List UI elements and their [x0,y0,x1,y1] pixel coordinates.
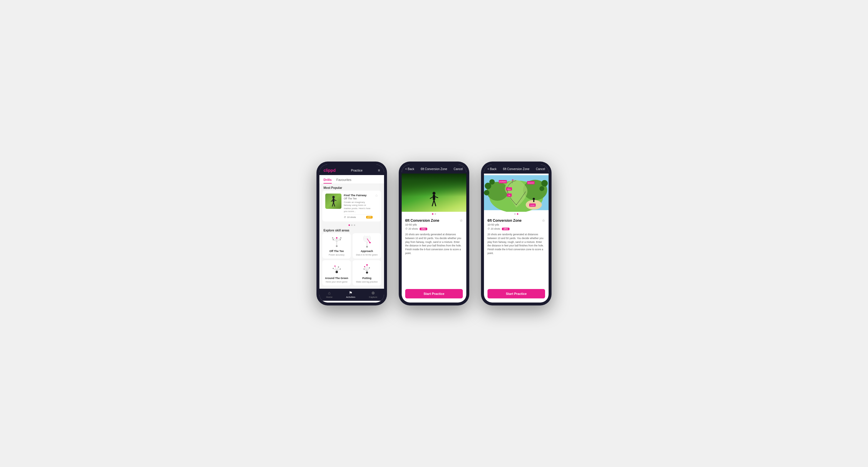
skills-grid: Off The Tee Power accuracy [319,233,384,288]
home-bar-3 [507,302,525,302]
phone-3: < Back 6ft Conversion Zone Cancel [481,162,552,305]
skill-card-ott[interactable]: Off The Tee Power accuracy [322,233,351,259]
svg-point-42 [433,192,435,195]
putting-icon [360,263,374,276]
phone1-content: Most Popular [319,184,384,289]
svg-text:ROUGH: ROUGH [528,182,534,184]
back-button[interactable]: < Back [405,167,414,171]
phone3-header: < Back 6ft Conversion Zone Cancel [484,165,549,174]
card-image-inner [325,194,341,209]
svg-point-35 [366,264,368,266]
svg-point-24 [336,271,338,273]
timer-icon: ⏱ [405,227,408,230]
svg-point-16 [336,237,337,239]
drill-description-3: 20 shots are randomly generated at dista… [488,233,545,255]
cancel-button-3[interactable]: Cancel [536,167,545,171]
cancel-button[interactable]: Cancel [454,167,463,171]
shots-meta-3: ⏱ 20 shots [488,227,500,230]
svg-text:Miss: Miss [507,188,511,190]
most-popular-label: Most Popular [319,184,384,191]
svg-point-57 [539,186,545,191]
drill-description: 20 shots are randomly generated at dista… [405,233,463,255]
phone-2: < Back 6ft Conversion Zone Cancel [399,162,469,305]
back-button-3[interactable]: < Back [488,167,497,171]
carousel-dots [319,223,384,227]
approach-icon [360,236,374,249]
img-dot-2 [435,213,436,215]
nav-capture[interactable]: ⊕ Capture [369,291,377,298]
drill-title-3: 6ft Conversion Zone [488,219,522,223]
svg-point-6 [336,245,338,247]
drill-title-row: 6ft Conversion Zone ☆ [405,219,463,223]
svg-point-55 [484,190,489,195]
svg-text:Hit: Hit [508,194,510,196]
card-image [325,194,341,209]
approach-svg [360,236,374,248]
phone2-content: 6ft Conversion Zone ☆ 10-50 yds ⏱ 20 sho… [402,215,466,287]
svg-text:SAND: SAND [530,204,534,206]
golfer-photo-icon [430,191,438,209]
atg-desc: Hone your short game [326,280,347,283]
svg-rect-69 [533,200,534,202]
skill-card-atg[interactable]: Around The Green Hone your short game [322,260,351,286]
card-description: Create an imaginary fairway using trees … [344,201,373,213]
drill-title-row-3: 6ft Conversion Zone ☆ [488,219,545,223]
svg-line-40 [367,268,369,271]
map-dot-1 [514,213,516,215]
timer-icon-3: ⏱ [488,227,490,230]
svg-rect-43 [433,195,435,200]
favourite-star[interactable]: ☆ [375,194,378,219]
skill-card-putting[interactable]: Putting Make and lag practice [352,260,381,286]
svg-line-11 [337,240,340,241]
svg-point-33 [366,272,368,274]
svg-point-23 [369,242,371,243]
header-title: Practice [351,169,363,172]
approach-name: Approach [361,249,373,253]
activities-icon: ⚑ [349,291,352,295]
phone-3-screen: < Back 6ft Conversion Zone Cancel [484,165,549,302]
capture-icon: ⊕ [371,291,375,295]
svg-line-5 [334,200,336,201]
home-bar [343,302,361,302]
putting-name: Putting [362,277,371,279]
featured-card[interactable]: Find The Fairway Off The Tee Create an i… [322,191,381,222]
ott-svg [330,236,344,248]
phone-1: clippd Practice ≡ Drills Favourites Most… [316,162,387,305]
home-label: Home [326,296,332,298]
phones-container: clippd Practice ≡ Drills Favourites Most… [316,162,552,305]
svg-point-28 [338,266,339,268]
tab-favourites[interactable]: Favourites [336,177,351,184]
svg-point-14 [333,239,334,240]
nav-activities[interactable]: ⚑ Activities [346,291,355,298]
image-dots [402,212,466,215]
fav-star-3[interactable]: ☆ [542,219,545,223]
phone2-header-title: 6ft Conversion Zone [421,167,447,171]
atg-icon [330,263,344,276]
putting-desc: Make and lag practice [356,280,378,283]
card-body: Find The Fairway Off The Tee Create an i… [344,194,373,219]
start-practice-button[interactable]: Start Practice [405,289,463,298]
drill-meta: ⏱ 20 shots ARG [405,227,463,230]
approach-desc: Dial-in to hit the green [356,254,378,256]
explore-label: Explore skill areas [319,227,384,233]
nav-home[interactable]: ⌂ Home [326,291,332,298]
start-practice-button-3[interactable]: Start Practice [488,289,545,298]
phone-2-screen: < Back 6ft Conversion Zone Cancel [402,165,466,302]
phone1-header: clippd Practice ≡ [319,165,384,175]
drill-title: 6ft Conversion Zone [405,219,439,223]
clock-icon: ⏱ [344,216,346,219]
putting-svg [360,263,374,275]
fav-star[interactable]: ☆ [460,219,463,223]
svg-point-15 [340,239,341,240]
home-icon: ⌂ [328,291,331,295]
svg-point-13 [340,237,341,238]
drill-image [402,174,466,212]
ott-name: Off The Tee [330,249,344,253]
card-subtitle: Off The Tee [344,197,373,200]
svg-line-10 [333,240,337,241]
skill-card-approach[interactable]: Approach Dial-in to hit the green [352,233,381,259]
tab-drills[interactable]: Drills [323,177,332,184]
home-bar-2 [425,302,443,302]
menu-icon[interactable]: ≡ [378,168,380,172]
svg-line-3 [334,202,335,206]
